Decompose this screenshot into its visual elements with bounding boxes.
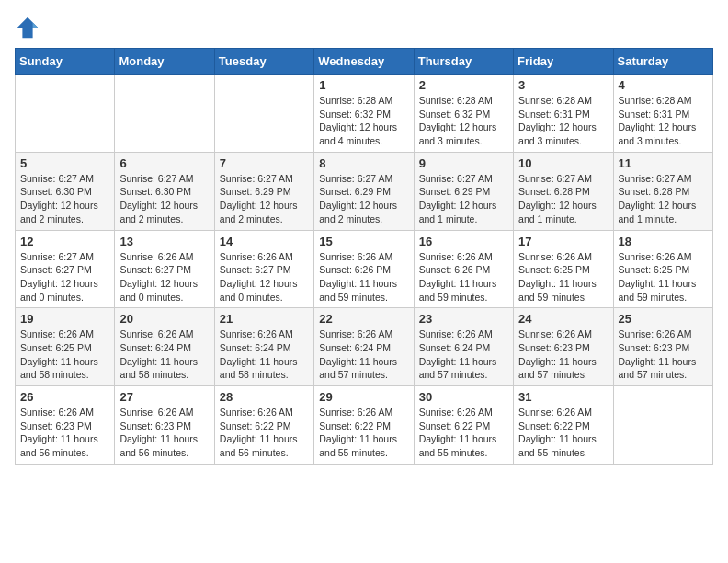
day-info: Sunrise: 6:26 AM Sunset: 6:24 PM Dayligh… [319,327,408,382]
day-number: 3 [518,78,608,92]
day-number: 27 [119,390,209,404]
calendar-cell: 16Sunrise: 6:26 AM Sunset: 6:26 PM Dayli… [414,230,513,308]
day-number: 16 [419,235,508,248]
calendar-cell: 31Sunrise: 6:26 AM Sunset: 6:22 PM Dayli… [514,386,613,465]
day-info: Sunrise: 6:28 AM Sunset: 6:31 PM Dayligh… [518,94,608,148]
calendar-cell: 8Sunrise: 6:27 AM Sunset: 6:29 PM Daylig… [314,152,414,230]
calendar-cell: 22Sunrise: 6:26 AM Sunset: 6:24 PM Dayli… [314,308,414,386]
calendar-cell: 19Sunrise: 6:26 AM Sunset: 6:25 PM Dayli… [16,308,115,386]
day-info: Sunrise: 6:27 AM Sunset: 6:30 PM Dayligh… [20,172,109,226]
calendar-cell: 17Sunrise: 6:26 AM Sunset: 6:25 PM Dayli… [514,230,613,308]
day-info: Sunrise: 6:27 AM Sunset: 6:29 PM Dayligh… [419,172,508,226]
weekday-wednesday: Wednesday [314,49,414,75]
week-row-4: 19Sunrise: 6:26 AM Sunset: 6:25 PM Dayli… [16,308,713,386]
calendar-cell: 25Sunrise: 6:26 AM Sunset: 6:23 PM Dayli… [613,308,712,386]
day-number: 23 [419,312,508,326]
calendar-cell: 4Sunrise: 6:28 AM Sunset: 6:31 PM Daylig… [613,75,712,153]
week-row-5: 26Sunrise: 6:26 AM Sunset: 6:23 PM Dayli… [16,386,713,465]
day-info: Sunrise: 6:26 AM Sunset: 6:25 PM Dayligh… [619,250,708,304]
day-info: Sunrise: 6:26 AM Sunset: 6:25 PM Dayligh… [20,327,109,382]
day-number: 12 [20,235,109,248]
calendar-cell: 23Sunrise: 6:26 AM Sunset: 6:24 PM Dayli… [414,308,513,386]
day-info: Sunrise: 6:27 AM Sunset: 6:28 PM Dayligh… [619,172,708,226]
day-number: 25 [619,312,708,326]
calendar-cell: 5Sunrise: 6:27 AM Sunset: 6:30 PM Daylig… [16,152,115,230]
day-info: Sunrise: 6:26 AM Sunset: 6:23 PM Dayligh… [119,406,209,460]
day-info: Sunrise: 6:27 AM Sunset: 6:29 PM Dayligh… [319,172,408,226]
calendar-cell: 20Sunrise: 6:26 AM Sunset: 6:24 PM Dayli… [115,308,214,386]
calendar-cell: 11Sunrise: 6:27 AM Sunset: 6:28 PM Dayli… [613,152,712,230]
day-number: 26 [20,390,109,404]
weekday-saturday: Saturday [613,49,712,75]
day-number: 17 [518,235,608,248]
day-info: Sunrise: 6:26 AM Sunset: 6:24 PM Dayligh… [419,327,508,382]
day-info: Sunrise: 6:26 AM Sunset: 6:22 PM Dayligh… [220,406,309,460]
weekday-sunday: Sunday [16,49,115,75]
day-info: Sunrise: 6:26 AM Sunset: 6:23 PM Dayligh… [20,406,109,460]
calendar-cell [613,386,712,465]
page-header [15,15,713,40]
day-number: 14 [220,235,309,248]
calendar-cell: 13Sunrise: 6:26 AM Sunset: 6:27 PM Dayli… [115,230,214,308]
day-number: 9 [419,156,508,170]
day-info: Sunrise: 6:26 AM Sunset: 6:22 PM Dayligh… [319,406,408,460]
day-info: Sunrise: 6:28 AM Sunset: 6:32 PM Dayligh… [419,94,508,148]
day-number: 1 [319,78,408,92]
week-row-3: 12Sunrise: 6:27 AM Sunset: 6:27 PM Dayli… [16,230,713,308]
calendar-cell: 30Sunrise: 6:26 AM Sunset: 6:22 PM Dayli… [414,386,513,465]
calendar-table: SundayMondayTuesdayWednesdayThursdayFrid… [15,48,713,465]
calendar-cell [16,75,115,153]
day-info: Sunrise: 6:26 AM Sunset: 6:23 PM Dayligh… [619,327,708,382]
day-info: Sunrise: 6:26 AM Sunset: 6:26 PM Dayligh… [319,250,408,304]
calendar-body: 1Sunrise: 6:28 AM Sunset: 6:32 PM Daylig… [16,75,713,465]
day-number: 15 [319,235,408,248]
day-info: Sunrise: 6:26 AM Sunset: 6:24 PM Dayligh… [220,327,309,382]
calendar-cell [214,75,313,153]
weekday-monday: Monday [115,49,214,75]
day-number: 18 [619,235,708,248]
day-info: Sunrise: 6:26 AM Sunset: 6:27 PM Dayligh… [220,250,309,304]
day-number: 19 [20,312,109,326]
week-row-2: 5Sunrise: 6:27 AM Sunset: 6:30 PM Daylig… [16,152,713,230]
day-info: Sunrise: 6:26 AM Sunset: 6:26 PM Dayligh… [419,250,508,304]
calendar-cell: 7Sunrise: 6:27 AM Sunset: 6:29 PM Daylig… [214,152,313,230]
day-info: Sunrise: 6:26 AM Sunset: 6:24 PM Dayligh… [119,327,209,382]
day-number: 2 [419,78,508,92]
day-info: Sunrise: 6:28 AM Sunset: 6:32 PM Dayligh… [319,94,408,148]
calendar-cell: 15Sunrise: 6:26 AM Sunset: 6:26 PM Dayli… [314,230,414,308]
calendar-cell: 26Sunrise: 6:26 AM Sunset: 6:23 PM Dayli… [16,386,115,465]
weekday-thursday: Thursday [414,49,513,75]
day-number: 8 [319,156,408,170]
calendar-cell: 14Sunrise: 6:26 AM Sunset: 6:27 PM Dayli… [214,230,313,308]
day-number: 4 [619,78,708,92]
calendar-cell: 18Sunrise: 6:26 AM Sunset: 6:25 PM Dayli… [613,230,712,308]
day-number: 7 [220,156,309,170]
weekday-header-row: SundayMondayTuesdayWednesdayThursdayFrid… [16,49,713,75]
day-info: Sunrise: 6:27 AM Sunset: 6:29 PM Dayligh… [220,172,309,226]
day-number: 29 [319,390,408,404]
day-number: 28 [220,390,309,404]
day-number: 20 [119,312,209,326]
day-number: 13 [119,235,209,248]
calendar-cell: 9Sunrise: 6:27 AM Sunset: 6:29 PM Daylig… [414,152,513,230]
day-number: 30 [419,390,508,404]
calendar-cell: 28Sunrise: 6:26 AM Sunset: 6:22 PM Dayli… [214,386,313,465]
day-info: Sunrise: 6:26 AM Sunset: 6:22 PM Dayligh… [419,406,508,460]
calendar-cell: 6Sunrise: 6:27 AM Sunset: 6:30 PM Daylig… [115,152,214,230]
calendar-cell: 27Sunrise: 6:26 AM Sunset: 6:23 PM Dayli… [115,386,214,465]
calendar-cell: 29Sunrise: 6:26 AM Sunset: 6:22 PM Dayli… [314,386,414,465]
calendar-cell: 21Sunrise: 6:26 AM Sunset: 6:24 PM Dayli… [214,308,313,386]
calendar-cell: 3Sunrise: 6:28 AM Sunset: 6:31 PM Daylig… [514,75,613,153]
logo-icon [15,15,40,40]
day-info: Sunrise: 6:28 AM Sunset: 6:31 PM Dayligh… [619,94,708,148]
day-info: Sunrise: 6:27 AM Sunset: 6:30 PM Dayligh… [119,172,209,226]
week-row-1: 1Sunrise: 6:28 AM Sunset: 6:32 PM Daylig… [16,75,713,153]
day-number: 22 [319,312,408,326]
calendar-cell [115,75,214,153]
day-number: 11 [619,156,708,170]
day-number: 10 [518,156,608,170]
calendar-cell: 1Sunrise: 6:28 AM Sunset: 6:32 PM Daylig… [314,75,414,153]
day-info: Sunrise: 6:26 AM Sunset: 6:22 PM Dayligh… [518,406,608,460]
logo [15,15,44,40]
weekday-friday: Friday [514,49,613,75]
